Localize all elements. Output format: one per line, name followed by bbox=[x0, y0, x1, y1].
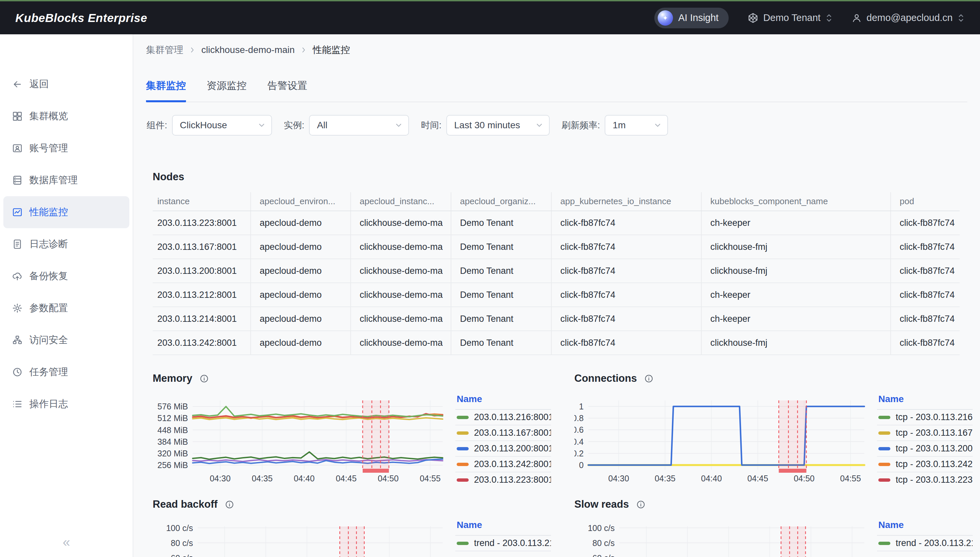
info-icon[interactable] bbox=[200, 374, 209, 383]
legend-name-header[interactable]: Name bbox=[455, 520, 551, 536]
connections-chart: 10.80.60.40.2004:3004:3504:4004:4504:500… bbox=[574, 394, 867, 483]
table-cell: click-fb87fc74 bbox=[891, 331, 960, 355]
legend-series-label: 203.0.113.167:8001 bbox=[474, 428, 551, 438]
org-icon bbox=[12, 335, 23, 345]
x-tick-label: 04:45 bbox=[747, 474, 768, 483]
component-select[interactable]: ClickHouse bbox=[172, 115, 272, 135]
sidebar-item-back[interactable]: 返回 bbox=[0, 68, 133, 100]
table-cell: 203.0.113.200:8001 bbox=[153, 259, 251, 283]
legend-item[interactable]: trend - 203.0.113.216:8001 bbox=[455, 536, 551, 551]
info-icon[interactable] bbox=[225, 500, 234, 509]
sidebar-item-performance-monitoring[interactable]: 性能监控 bbox=[3, 196, 129, 228]
instance-select[interactable]: All bbox=[309, 115, 409, 135]
legend-series-label: trend - 203.0.113.216:8001 bbox=[474, 538, 551, 548]
chevron-down-icon bbox=[394, 121, 403, 130]
legend-item[interactable]: tcp - 203.0.113.223:8001 bbox=[877, 472, 973, 484]
table-row: 203.0.113.242:8001apecloud-democlickhous… bbox=[153, 331, 960, 355]
memory-title-row: Memory bbox=[153, 372, 551, 385]
table-cell: apecloud-demo bbox=[251, 211, 351, 235]
breadcrumb-item: 性能监控 bbox=[313, 44, 350, 56]
sidebar-item-database-management[interactable]: 数据库管理 bbox=[0, 164, 133, 196]
nodes-column-header: pod bbox=[891, 192, 960, 211]
time-select[interactable]: Last 30 minutes bbox=[446, 115, 550, 135]
legend-item[interactable]: 203.0.113.200:8001 bbox=[455, 441, 551, 457]
legend-series-swatch bbox=[457, 542, 469, 545]
table-cell: Demo Tenant bbox=[451, 307, 551, 331]
breadcrumb-item[interactable]: clickhouse-demo-main bbox=[201, 45, 295, 55]
legend-name-header[interactable]: Name bbox=[877, 520, 973, 536]
sidebar-item-log-diagnosis[interactable]: 日志诊断 bbox=[0, 228, 133, 260]
table-cell: click-fb87fc74 bbox=[891, 307, 960, 331]
legend-name-header[interactable]: Name bbox=[455, 394, 551, 410]
legend-item[interactable]: tcp - 203.0.113.242:8001 bbox=[877, 457, 973, 472]
tab-资源监控[interactable]: 资源监控 bbox=[207, 80, 247, 102]
sidebar-item-cluster-overview[interactable]: 集群概览 bbox=[0, 100, 133, 132]
sidebar-collapse-button[interactable]: « bbox=[63, 535, 70, 550]
id-card-icon bbox=[12, 143, 23, 153]
legend-item[interactable]: 203.0.113.223:8001 bbox=[455, 472, 551, 484]
arrow-left-icon bbox=[12, 79, 23, 90]
nodes-column-header: instance bbox=[153, 192, 251, 211]
table-row: 203.0.113.223:8001apecloud-democlickhous… bbox=[153, 211, 960, 235]
table-cell: Demo Tenant bbox=[451, 283, 551, 307]
table-cell: Demo Tenant bbox=[451, 211, 551, 235]
table-row: 203.0.113.200:8001apecloud-democlickhous… bbox=[153, 259, 960, 283]
alert-band-region bbox=[363, 401, 389, 470]
y-tick-label: 448 MiB bbox=[157, 425, 188, 435]
tenant-switcher[interactable]: Demo Tenant bbox=[747, 12, 833, 24]
sidebar-item-backup-restore[interactable]: 备份恢复 bbox=[0, 260, 133, 292]
legend-name-header[interactable]: Name bbox=[877, 394, 973, 410]
sidebar-item-label: 参数配置 bbox=[29, 301, 68, 315]
legend-item[interactable]: 203.0.113.242:8001 bbox=[455, 457, 551, 472]
table-cell: clickhouse-fmj bbox=[701, 259, 891, 283]
legend-series-label: 203.0.113.200:8001 bbox=[474, 443, 551, 454]
refresh-select[interactable]: 1m bbox=[605, 115, 668, 135]
sidebar-item-account-management[interactable]: 账号管理 bbox=[0, 132, 133, 164]
doc-icon bbox=[12, 239, 23, 249]
breadcrumb-item[interactable]: 集群管理 bbox=[146, 44, 183, 56]
series-line-203.0.113.212:8001 bbox=[192, 452, 443, 459]
filter-time-label: 时间: bbox=[421, 119, 442, 131]
legend-series-swatch bbox=[878, 416, 890, 419]
chevron-down-icon bbox=[257, 121, 266, 130]
sidebar-item-operation-log[interactable]: 操作日志 bbox=[0, 388, 133, 420]
tab-告警设置[interactable]: 告警设置 bbox=[267, 80, 307, 102]
legend-series-label: tcp - 203.0.113.223:8001 bbox=[896, 475, 973, 484]
memory-chart-card: Memory576 MiB512 MiB448 MiB384 MiB320 Mi… bbox=[153, 372, 551, 484]
tab-集群监控[interactable]: 集群监控 bbox=[146, 80, 186, 102]
filter-component: 组件:ClickHouse bbox=[147, 115, 272, 135]
main-content: 集群管理clickhouse-demo-main性能监控 集群监控资源监控告警设… bbox=[133, 34, 980, 557]
x-tick-label: 04:30 bbox=[608, 474, 629, 483]
table-cell: 203.0.113.167:8001 bbox=[153, 235, 251, 259]
sidebar-item-label: 性能监控 bbox=[29, 205, 68, 219]
table-cell: click-fb87fc74 bbox=[891, 283, 960, 307]
sidebar-item-label: 任务管理 bbox=[29, 365, 68, 379]
sidebar-item-parameter-config[interactable]: 参数配置 bbox=[0, 292, 133, 324]
x-tick-label: 04:55 bbox=[420, 474, 441, 483]
x-tick-label: 04:30 bbox=[210, 474, 231, 483]
sidebar-item-label: 访问安全 bbox=[29, 334, 68, 347]
user-menu[interactable]: demo@apecloud.cn bbox=[851, 12, 965, 23]
legend-item[interactable]: tcp - 203.0.113.167:8001 bbox=[877, 425, 973, 441]
legend-item[interactable]: tcp - 203.0.113.200:8001 bbox=[877, 441, 973, 457]
ai-insight-button[interactable]: ✦ AI Insight bbox=[654, 8, 729, 28]
legend-item[interactable]: 203.0.113.216:8001 bbox=[455, 410, 551, 425]
table-cell: click-fb87fc74 bbox=[551, 235, 701, 259]
filter-refresh: 刷新频率:1m bbox=[562, 115, 669, 135]
legend-item[interactable]: tcp - 203.0.113.216:8001 bbox=[877, 410, 973, 425]
info-icon[interactable] bbox=[636, 500, 645, 509]
table-cell: click-fb87fc74 bbox=[891, 259, 960, 283]
table-row: 203.0.113.167:8001apecloud-democlickhous… bbox=[153, 235, 960, 259]
clock-icon bbox=[12, 367, 23, 378]
table-row: 203.0.113.212:8001apecloud-democlickhous… bbox=[153, 283, 960, 307]
info-icon[interactable] bbox=[644, 374, 653, 383]
legend-item[interactable]: 203.0.113.167:8001 bbox=[455, 425, 551, 441]
nodes-column-header: kubeblocks_component_name bbox=[701, 192, 891, 211]
y-tick-label: 256 MiB bbox=[157, 460, 188, 470]
y-tick-label: 512 MiB bbox=[157, 414, 188, 423]
memory-legend: Name203.0.113.216:8001203.0.113.167:8001… bbox=[455, 394, 551, 484]
legend-item[interactable]: trend - 203.0.113.216:8001 bbox=[877, 536, 973, 551]
sidebar-item-task-management[interactable]: 任务管理 bbox=[0, 356, 133, 388]
sidebar-item-label: 账号管理 bbox=[29, 142, 68, 155]
sidebar-item-access-security[interactable]: 访问安全 bbox=[0, 324, 133, 356]
